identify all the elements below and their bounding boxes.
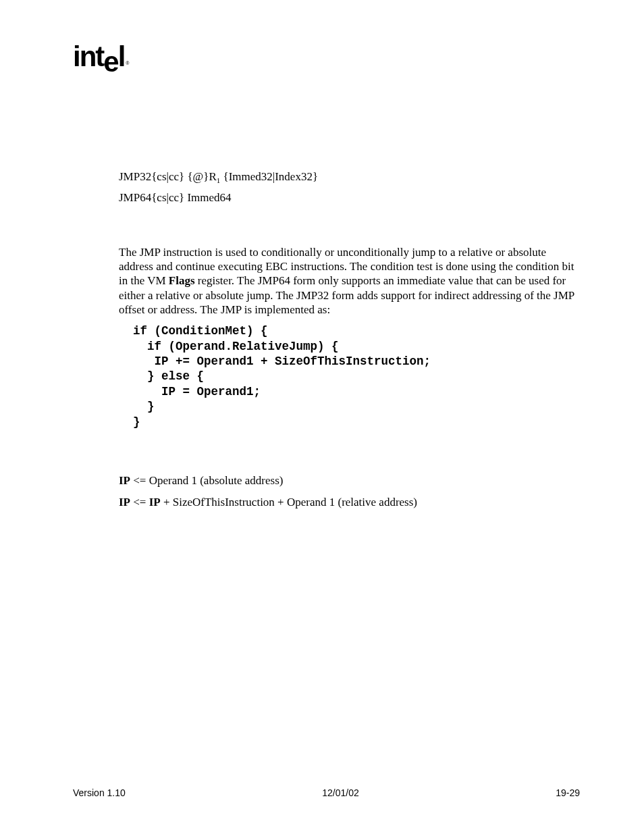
desc-flags-bold: Flags bbox=[169, 274, 195, 287]
syntax-line-2: JMP64{cs|cc} Immed64 bbox=[119, 188, 580, 208]
op2-ip2: IP bbox=[149, 496, 161, 509]
code-block: if (ConditionMet) { if (Operand.Relative… bbox=[119, 323, 580, 429]
footer-date: 12/01/02 bbox=[322, 787, 359, 798]
logo-tm: ® bbox=[126, 61, 129, 66]
logo-drop: e bbox=[103, 46, 117, 78]
syntax1-post: {Immed32|Index32} bbox=[220, 170, 318, 183]
op1-rest: <= Operand 1 (absolute address) bbox=[130, 474, 283, 487]
footer-version: Version 1.10 bbox=[73, 787, 126, 798]
footer-page: 19-29 bbox=[556, 787, 580, 798]
operation-line-1: IP <= Operand 1 (absolute address) bbox=[119, 470, 580, 492]
description-paragraph: The JMP instruction is used to condition… bbox=[119, 245, 580, 317]
logo-post: l bbox=[118, 41, 125, 72]
op2-rest: + SizeOfThisInstruction + Operand 1 (rel… bbox=[161, 496, 417, 509]
page-content: intel® JMP32{cs|cc} {@}R1 {Immed32|Index… bbox=[0, 0, 644, 514]
syntax-section: JMP32{cs|cc} {@}R1 {Immed32|Index32} JMP… bbox=[119, 167, 580, 208]
intel-logo: intel® bbox=[73, 41, 128, 73]
page-footer: Version 1.10 12/01/02 19-29 bbox=[73, 787, 580, 798]
op2-ip1: IP bbox=[119, 496, 130, 509]
op1-ip: IP bbox=[119, 474, 130, 487]
op2-mid: <= bbox=[130, 496, 149, 509]
syntax1-pre: JMP32{cs|cc} {@}R bbox=[119, 170, 217, 183]
logo-pre: int bbox=[73, 41, 103, 72]
syntax-line-1: JMP32{cs|cc} {@}R1 {Immed32|Index32} bbox=[119, 167, 580, 187]
operation-section: IP <= Operand 1 (absolute address) IP <=… bbox=[119, 470, 580, 514]
operation-line-2: IP <= IP + SizeOfThisInstruction + Opera… bbox=[119, 492, 580, 513]
